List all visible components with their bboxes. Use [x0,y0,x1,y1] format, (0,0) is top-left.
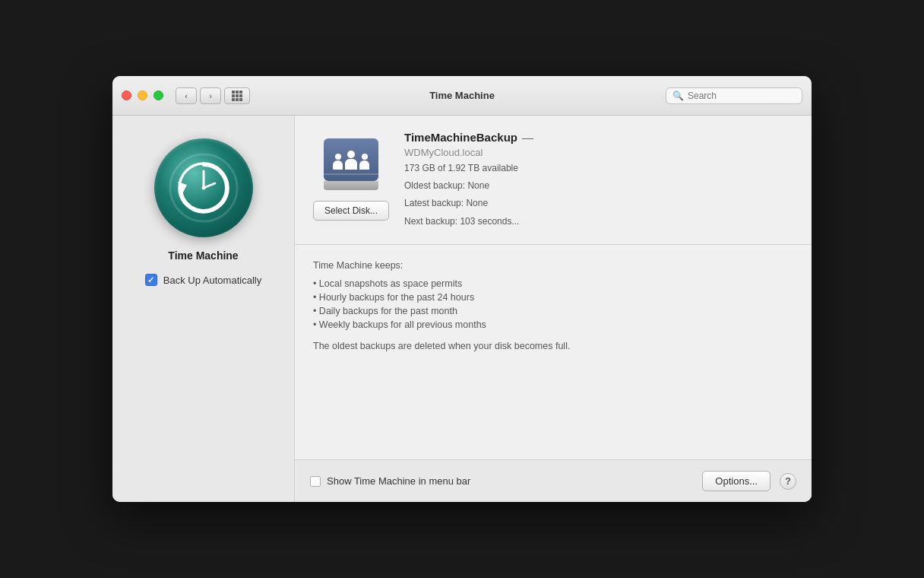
search-bar[interactable]: 🔍 [666,87,802,104]
person-head [362,154,368,160]
person-icon-center [345,151,357,170]
clock-svg [166,150,242,226]
search-icon: 🔍 [672,91,684,101]
keeps-item-2: • Hourly backups for the past 24 hours [313,292,793,303]
oldest-backup: Oldest backup: None [404,179,533,193]
traffic-lights [122,91,163,100]
keeps-item-4: • Weekly backups for all previous months [313,319,793,330]
info-section: Time Machine keeps: • Local snapshots as… [295,245,812,459]
disk-info: TimeMachineBackup — WDMyCloud.local 173 … [404,131,533,229]
disk-section: Select Disk... TimeMachineBackup — WDMyC… [295,116,812,245]
disk-server: WDMyCloud.local [404,147,533,158]
nav-buttons: ‹ › [176,87,221,104]
svg-point-4 [201,186,205,190]
person-body [345,159,357,170]
keeps-item-3: • Daily backups for the past month [313,306,793,316]
person-body [359,160,369,170]
person-icon-left [333,154,343,170]
content-area: Time Machine ✓ Back Up Automatically [112,116,812,502]
next-backup: Next backup: 103 seconds... [404,214,533,229]
disk-available: 173 GB of 1.92 TB available [404,161,533,176]
select-disk-button[interactable]: Select Disk... [313,201,389,221]
maximize-button[interactable] [153,91,163,100]
show-menubar-label: Show Time Machine in menu bar [327,475,470,487]
nas-icon [324,138,378,193]
back-button[interactable]: ‹ [176,87,197,104]
close-button[interactable] [122,91,131,100]
forward-button[interactable]: › [200,87,221,104]
keeps-note: The oldest backups are deleted when your… [313,341,793,351]
show-menubar-checkbox[interactable] [310,476,321,487]
person-icon-right [359,154,369,170]
person-head [335,154,341,160]
options-button[interactable]: Options... [702,471,771,491]
person-body [333,160,343,170]
sidebar: Time Machine ✓ Back Up Automatically [112,116,295,502]
checkmark-icon: ✓ [147,275,154,285]
minimize-button[interactable] [138,91,147,100]
time-machine-icon [154,138,253,237]
person-head [347,151,355,158]
disk-dash: — [522,131,533,144]
disk-people [333,151,369,170]
backup-auto-label: Back Up Automatically [163,275,261,286]
sidebar-title: Time Machine [168,249,238,262]
latest-backup: Latest backup: None [404,196,533,211]
titlebar: ‹ › Time Machine 🔍 [112,76,812,116]
disk-name-row: TimeMachineBackup — [404,131,533,144]
disk-base [324,181,378,190]
search-input[interactable] [688,91,796,101]
keeps-item-1: • Local snapshots as space permits [313,278,793,289]
main-panel: Select Disk... TimeMachineBackup — WDMyC… [295,116,812,502]
bottom-bar: Show Time Machine in menu bar Options...… [295,459,812,502]
preferences-window: ‹ › Time Machine 🔍 [112,76,812,502]
show-menubar-row[interactable]: Show Time Machine in menu bar [310,475,693,487]
backup-auto-checkbox[interactable]: ✓ [145,274,157,286]
disk-left: Select Disk... [313,138,389,221]
window-title: Time Machine [429,90,495,101]
disk-stripe [324,173,378,175]
grid-view-button[interactable] [224,87,250,104]
help-button[interactable]: ? [780,473,796,490]
grid-icon [232,91,242,101]
disk-body [324,138,378,181]
keeps-title: Time Machine keeps: [313,260,793,271]
backup-auto-row[interactable]: ✓ Back Up Automatically [145,274,261,286]
disk-name: TimeMachineBackup [404,131,517,144]
